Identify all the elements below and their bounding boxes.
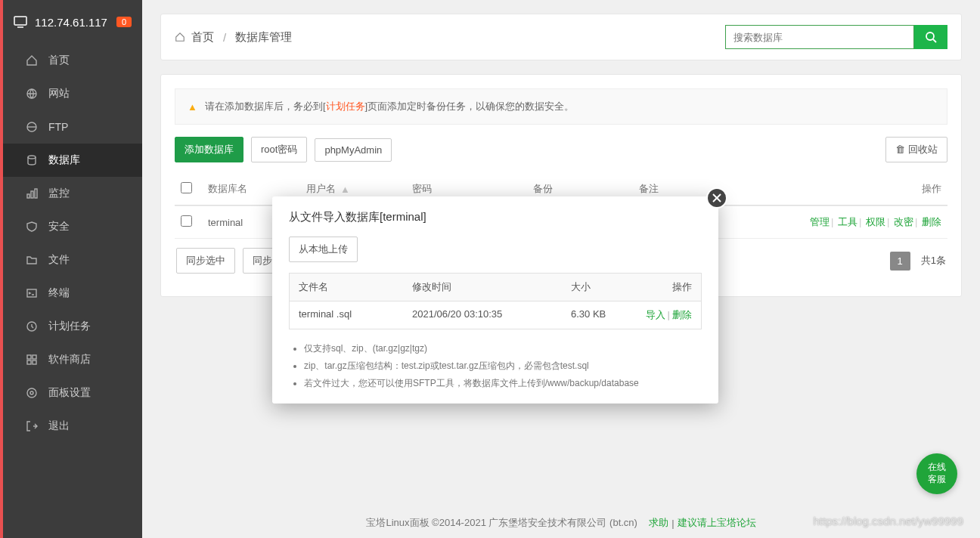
file-delete-link[interactable]: 删除 [672,309,692,320]
file-name: terminal .sql [299,308,412,322]
modal-tip-item: 若文件过大，您还可以使用SFTP工具，将数据库文件上传到/www/backup/… [304,375,702,392]
file-time: 2021/06/20 03:10:35 [412,308,571,322]
modal-tip-item: zip、tar.gz压缩包结构：test.zip或test.tar.gz压缩包内… [304,357,702,375]
fcol-op: 操作 [616,280,692,294]
fcol-name: 文件名 [299,280,412,294]
file-table: 文件名 修改时间 大小 操作 terminal .sql 2021/06/20 … [289,273,702,329]
modal-tips: 仅支持sql、zip、(tar.gz|gz|tgz) zip、tar.gz压缩包… [289,340,702,391]
modal-title: 从文件导入数据库[terminal] [289,210,702,224]
file-row: terminal .sql 2021/06/20 03:10:35 6.30 K… [290,301,701,329]
modal-close-button[interactable] [706,187,727,209]
file-ops: 导入|删除 [616,308,692,322]
local-upload-button[interactable]: 从本地上传 [289,237,358,262]
file-size: 6.30 KB [571,308,616,322]
modal-tip-item: 仅支持sql、zip、(tar.gz|gz|tgz) [304,340,702,357]
fcol-size: 大小 [571,280,616,294]
file-table-header: 文件名 修改时间 大小 操作 [290,274,701,301]
file-import-link[interactable]: 导入 [646,309,665,320]
fcol-time: 修改时间 [412,280,571,294]
close-icon [712,193,721,203]
import-modal: 从文件导入数据库[terminal] 从本地上传 文件名 修改时间 大小 操作 … [272,196,718,404]
